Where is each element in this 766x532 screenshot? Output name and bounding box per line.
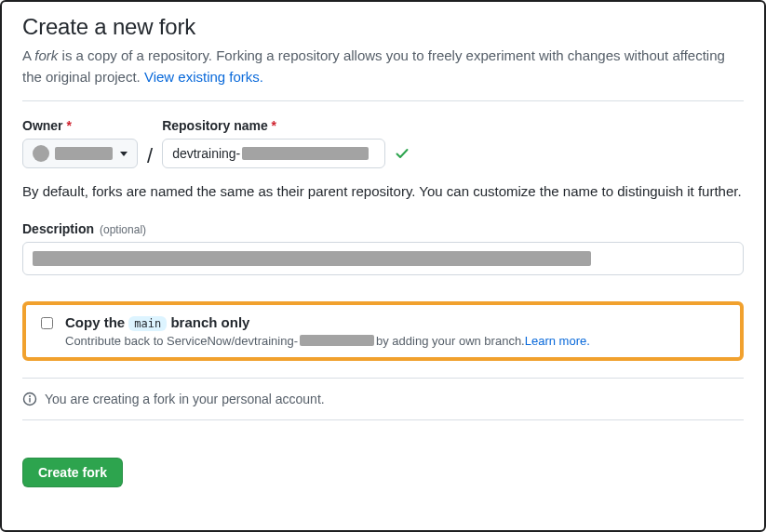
avatar [33,145,49,162]
repo-name-label: Repository name * [162,118,410,133]
divider [22,378,744,379]
repo-name-note: By default, forks are named the same as … [22,181,744,203]
divider [22,100,744,101]
repo-name-input[interactable]: devtraining- [162,139,385,168]
learn-more-link[interactable]: Learn more. [525,334,590,348]
branch-chip: main [128,316,167,331]
info-icon [22,392,37,406]
repo-suffix-redacted [300,335,374,346]
description-value-redacted [33,251,591,266]
owner-label: Owner * [22,118,138,133]
owner-dropdown[interactable] [22,139,138,168]
copy-branch-subtext: Contribute back to ServiceNow/devtrainin… [65,334,590,348]
optional-label: (optional) [100,223,146,236]
owner-name-redacted [55,147,113,160]
svg-point-1 [29,395,31,397]
page-title: Create a new fork [22,14,744,40]
chevron-down-icon [120,152,128,156]
view-existing-forks-link[interactable]: View existing forks. [144,69,263,85]
create-fork-button[interactable]: Create fork [22,458,123,487]
svg-rect-2 [29,397,30,402]
copy-main-branch-checkbox[interactable] [41,317,53,329]
description-input[interactable] [22,242,744,275]
copy-branch-section-highlight: Copy the main branch only Contribute bac… [22,301,744,361]
description-label: Description [22,221,94,236]
intro-text: A fork is a copy of a repository. Forkin… [22,46,744,87]
divider [22,419,744,420]
owner-repo-separator: / [147,144,153,168]
repo-name-redacted [242,147,369,160]
check-icon [395,146,410,161]
personal-account-info: You are creating a fork in your personal… [45,392,325,406]
copy-main-branch-label: Copy the main branch only [65,314,590,331]
